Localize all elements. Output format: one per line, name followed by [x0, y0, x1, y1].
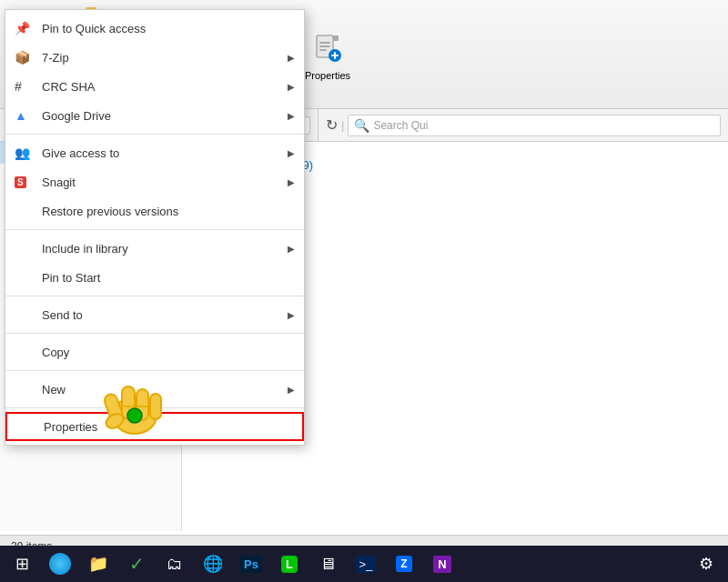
taskbar-settings[interactable]: ⚙: [688, 547, 724, 580]
onenote-icon: N: [433, 556, 450, 573]
new-arrow: [288, 383, 295, 396]
taskbar-powershell[interactable]: >_: [348, 547, 384, 580]
context-menu: 📌 Pin to Quick access 📦 7-Zip # CRC SHA …: [5, 9, 305, 446]
checkmark-icon: ✓: [129, 553, 145, 575]
7zip-icon: 📦: [15, 50, 30, 65]
settings-icon: ⚙: [699, 554, 713, 574]
svg-rect-4: [333, 35, 339, 41]
folder-taskbar-icon: 🗂: [167, 555, 183, 574]
give-access-arrow: [288, 146, 295, 159]
pin-quick-icon: 📌: [15, 21, 30, 35]
cm-properties-label: Properties: [44, 420, 97, 434]
crc-arrow: [288, 80, 295, 93]
snagit-icon: S: [15, 176, 26, 188]
cortana-icon: [49, 553, 71, 575]
cm-7zip-label: 7-Zip: [42, 51, 69, 65]
start-button[interactable]: ⊞: [4, 547, 40, 580]
taskbar-chrome[interactable]: 🌐: [195, 547, 231, 580]
cm-snagit-label: Snagit: [42, 176, 76, 189]
cm-7zip[interactable]: 📦 7-Zip: [5, 43, 304, 72]
taskbar: ⊞ 📁 ✓ 🗂 🌐 Ps L 🖥 >_ Z N ⚙: [0, 546, 728, 582]
zalo-icon: Z: [396, 556, 411, 572]
properties-button[interactable]: Properties: [298, 22, 357, 95]
separator-3: [5, 296, 304, 296]
app8-icon: 🖥: [319, 555, 336, 574]
svg-rect-6: [319, 45, 330, 47]
cm-restore-label: Restore previous versions: [42, 205, 178, 218]
search-input[interactable]: 🔍 Search Qui: [348, 115, 721, 136]
taskbar-zalo[interactable]: Z: [386, 547, 422, 580]
cm-give-access[interactable]: 👥 Give access to: [5, 138, 304, 167]
gdrive-icon: ▲: [15, 108, 27, 123]
svg-rect-5: [319, 42, 330, 44]
taskbar-photoshop[interactable]: Ps: [233, 547, 269, 580]
7zip-arrow: [288, 51, 295, 64]
separator-2: [5, 229, 304, 230]
cm-pin-start-label: Pin to Start: [42, 271, 100, 285]
separator-4: [5, 333, 304, 334]
photoshop-icon: Ps: [240, 556, 262, 573]
gdrive-arrow: [288, 109, 295, 122]
snagit-arrow: [288, 176, 295, 188]
refresh-button[interactable]: ↻: [326, 116, 338, 134]
taskbar-onenote[interactable]: N: [424, 547, 460, 580]
cm-send-to[interactable]: Send to: [5, 300, 304, 329]
cm-send-to-label: Send to: [42, 308, 83, 322]
cm-crc-label: CRC SHA: [42, 80, 96, 94]
taskbar-line[interactable]: L: [271, 547, 308, 580]
cm-crc-sha[interactable]: # CRC SHA: [5, 72, 304, 101]
start-icon: ⊞: [15, 554, 29, 574]
file-explorer-icon: 📁: [88, 554, 108, 574]
cm-restore-versions[interactable]: Restore previous versions: [5, 196, 304, 226]
cm-copy-label: Copy: [42, 346, 69, 359]
search-placeholder: Search Qui: [373, 119, 428, 132]
properties-icon: [312, 33, 343, 66]
powershell-icon: >_: [356, 556, 377, 573]
taskbar-folder[interactable]: 🗂: [157, 547, 193, 580]
taskbar-checkmark[interactable]: ✓: [118, 547, 155, 580]
cm-pin-quick-access[interactable]: 📌 Pin to Quick access: [5, 14, 304, 43]
crc-icon: #: [15, 79, 22, 94]
cm-google-drive[interactable]: ▲ Google Drive: [5, 101, 304, 130]
cm-include-library[interactable]: Include in library: [5, 234, 304, 263]
separator-6: [5, 407, 304, 408]
search-bar-area: ↻ | 🔍 Search Qui: [318, 109, 728, 142]
include-library-arrow: [288, 242, 295, 255]
cm-copy[interactable]: Copy: [5, 337, 304, 366]
svg-rect-10: [331, 55, 339, 56]
cm-pin-start[interactable]: Pin to Start: [5, 263, 304, 292]
chrome-icon: 🌐: [203, 554, 223, 574]
cm-new-label: New: [42, 383, 66, 396]
separator-5: [5, 370, 304, 371]
cm-include-library-label: Include in library: [42, 242, 128, 256]
svg-rect-7: [319, 49, 327, 51]
cm-properties[interactable]: Properties: [5, 412, 304, 441]
separator-1: [5, 134, 304, 135]
give-access-icon: 👥: [15, 146, 30, 160]
taskbar-cortana[interactable]: [42, 547, 78, 580]
properties-label: Properties: [305, 70, 350, 82]
cm-new[interactable]: New: [5, 375, 304, 404]
cm-pin-quick-label: Pin to Quick access: [42, 22, 146, 35]
cm-give-access-label: Give access to: [42, 146, 119, 160]
taskbar-file-explorer[interactable]: 📁: [80, 547, 116, 580]
search-icon: 🔍: [354, 118, 369, 133]
cm-snagit[interactable]: S Snagit: [5, 167, 304, 196]
send-to-arrow: [288, 308, 295, 321]
cm-gdrive-label: Google Drive: [42, 109, 111, 123]
taskbar-app8[interactable]: 🖥: [309, 547, 346, 580]
line-icon: L: [281, 556, 298, 573]
